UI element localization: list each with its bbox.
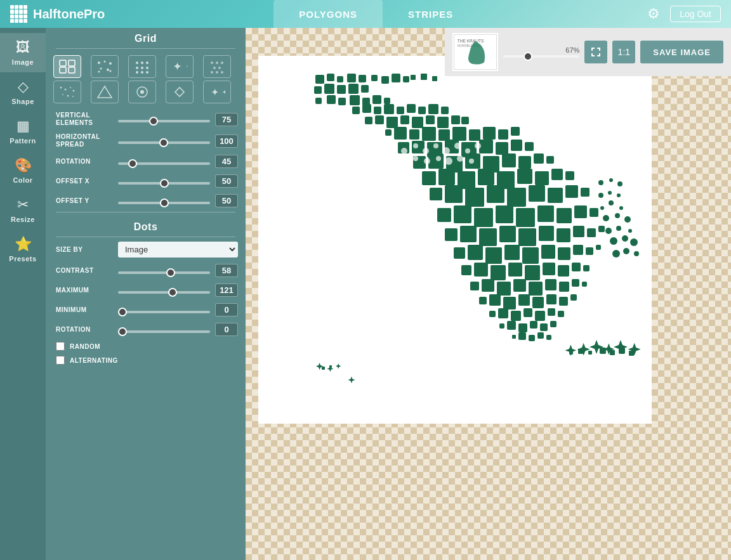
rotation-slider[interactable] xyxy=(118,162,210,165)
pattern-btn-2[interactable] xyxy=(128,55,156,78)
svg-rect-0 xyxy=(60,60,66,66)
ratio-button[interactable]: 1:1 xyxy=(612,41,635,63)
svg-rect-89 xyxy=(409,129,419,140)
nav-tabs: POLYGONS STRIPES xyxy=(273,0,478,28)
contrast-slider[interactable] xyxy=(118,271,210,274)
svg-point-25 xyxy=(218,67,221,69)
save-image-button[interactable]: SAVE IMAGE xyxy=(640,41,723,63)
sidebar-item-color[interactable]: 🎨 Color xyxy=(0,151,46,190)
svg-point-242 xyxy=(465,148,470,153)
vertical-elements-row: VERTICALELEMENTS 75 xyxy=(46,108,246,130)
horizontal-spread-label: HORIZONTALSPREAD xyxy=(56,133,113,148)
svg-rect-191 xyxy=(524,308,532,317)
settings-icon[interactable]: ⚙ xyxy=(647,6,660,22)
svg-rect-169 xyxy=(572,263,581,271)
dots-rotation-slider-wrap xyxy=(118,324,210,335)
svg-point-27 xyxy=(216,71,218,74)
zoom-slider[interactable] xyxy=(503,55,579,58)
random-checkbox[interactable] xyxy=(56,342,65,351)
pattern-btn-7[interactable] xyxy=(128,81,156,103)
svg-rect-128 xyxy=(507,188,526,207)
presets-icon: ⭐ xyxy=(15,236,32,252)
maximum-value: 121 xyxy=(215,283,238,297)
offset-y-slider[interactable] xyxy=(118,202,210,204)
svg-rect-161 xyxy=(596,245,601,250)
pattern-btn-3[interactable]: ✦ ✦ xyxy=(166,55,194,78)
sidebar-item-resize[interactable]: ✂ Resize xyxy=(0,190,46,230)
sidebar-item-shape[interactable]: ◇ Shape xyxy=(0,72,46,112)
svg-rect-125 xyxy=(445,185,463,203)
svg-point-231 xyxy=(622,235,628,242)
svg-point-220 xyxy=(617,193,621,197)
pattern-btn-8[interactable] xyxy=(166,81,194,103)
minimum-slider[interactable] xyxy=(118,311,210,313)
pattern-btn-1[interactable] xyxy=(91,55,119,78)
image-icon: 🖼 xyxy=(16,39,30,56)
offset-x-slider[interactable] xyxy=(118,182,210,185)
size-by-select[interactable]: Image Manual Random xyxy=(118,242,238,257)
svg-rect-103 xyxy=(496,142,508,155)
svg-rect-164 xyxy=(491,265,506,280)
thumbnail-inner: THE KRAUTS HORRIBLE EYES xyxy=(454,34,497,70)
svg-rect-210 xyxy=(588,351,592,355)
svg-marker-36 xyxy=(98,86,112,98)
fullscreen-button[interactable] xyxy=(584,41,607,63)
contrast-value: 58 xyxy=(215,264,238,277)
svg-point-238 xyxy=(423,148,429,154)
svg-rect-139 xyxy=(556,208,572,223)
svg-rect-160 xyxy=(586,247,593,255)
svg-text:THE KRAUTS: THE KRAUTS xyxy=(458,39,484,43)
svg-rect-185 xyxy=(546,294,556,304)
svg-rect-181 xyxy=(489,294,501,306)
svg-point-26 xyxy=(211,71,213,74)
svg-rect-60 xyxy=(327,95,336,104)
alternating-checkbox[interactable] xyxy=(56,356,65,365)
pattern-btn-5[interactable] xyxy=(53,81,81,103)
svg-rect-177 xyxy=(559,282,569,292)
svg-point-5 xyxy=(104,61,106,63)
svg-rect-149 xyxy=(573,226,584,237)
maximum-slider[interactable] xyxy=(118,291,210,294)
svg-point-249 xyxy=(469,159,474,164)
svg-point-23 xyxy=(221,62,223,64)
canvas-toolbar: THE KRAUTS HORRIBLE EYES 67% 1: xyxy=(445,28,731,76)
sidebar-label-resize: Resize xyxy=(11,216,35,223)
svg-rect-171 xyxy=(470,282,479,290)
halftone-art xyxy=(258,56,652,424)
tab-stripes[interactable]: STRIPES xyxy=(383,0,478,28)
color-icon: 🎨 xyxy=(15,157,32,174)
svg-point-14 xyxy=(136,67,138,69)
rotation-row: ROTATION 45 xyxy=(46,152,246,171)
svg-rect-77 xyxy=(441,107,449,114)
pattern-btn-4[interactable] xyxy=(203,55,231,78)
svg-rect-123 xyxy=(565,171,574,180)
logout-button[interactable]: Log Out xyxy=(670,6,721,22)
svg-point-12 xyxy=(141,62,143,64)
svg-rect-168 xyxy=(558,265,569,277)
tab-polygons[interactable]: POLYGONS xyxy=(273,0,383,28)
svg-point-216 xyxy=(609,178,613,182)
svg-rect-186 xyxy=(559,297,568,306)
svg-rect-56 xyxy=(381,76,389,84)
svg-rect-188 xyxy=(489,311,496,317)
dots-rotation-value: 0 xyxy=(215,323,238,336)
minimum-row: MINIMUM 0 xyxy=(46,300,246,320)
size-by-label: SIZE BY xyxy=(56,246,113,254)
vertical-elements-slider[interactable] xyxy=(118,120,210,122)
pattern-btn-6[interactable] xyxy=(91,81,119,103)
svg-rect-105 xyxy=(525,142,534,151)
svg-rect-85 xyxy=(451,115,460,124)
sidebar-item-presets[interactable]: ⭐ Presets xyxy=(0,230,46,269)
svg-rect-116 xyxy=(438,169,455,185)
sidebar-item-image[interactable]: 🖼 Image xyxy=(0,33,46,72)
svg-point-229 xyxy=(628,229,632,233)
pattern-btn-9[interactable]: ✦ ✦ xyxy=(203,81,231,103)
pattern-btn-0[interactable] xyxy=(53,55,81,78)
sidebar-item-pattern[interactable]: ▦ Pattern xyxy=(0,112,46,151)
svg-rect-135 xyxy=(474,208,493,227)
horizontal-spread-slider[interactable] xyxy=(118,141,210,144)
svg-rect-48 xyxy=(347,74,356,82)
dots-rotation-slider[interactable] xyxy=(118,330,210,333)
svg-rect-62 xyxy=(350,95,360,105)
svg-rect-142 xyxy=(445,228,458,241)
